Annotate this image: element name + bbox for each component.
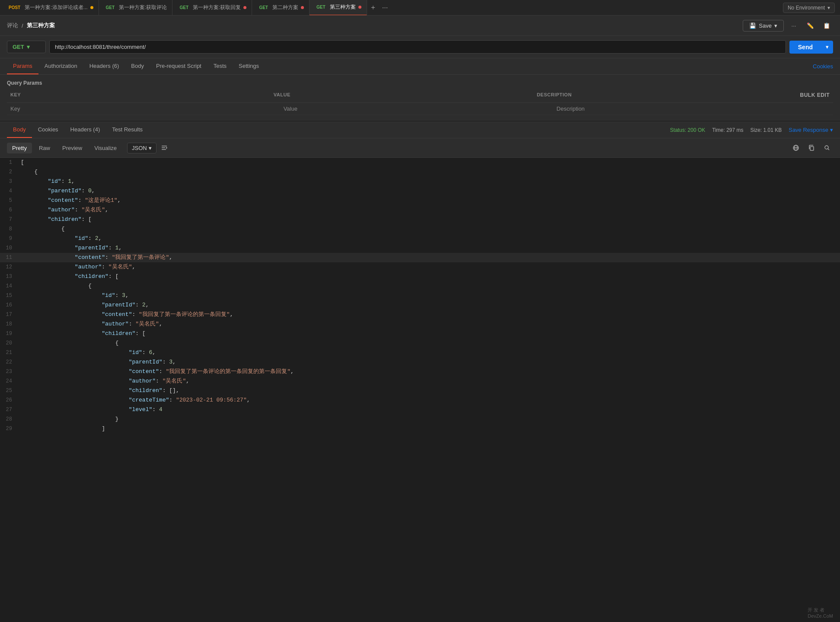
code-line-24: 24 "author": "吴名氏", — [0, 376, 840, 386]
method-badge-get3: GET — [257, 5, 270, 10]
tab-dot-red3 — [358, 6, 361, 9]
code-line-1: 1 [ — [0, 158, 840, 167]
code-line-2: 2 { — [0, 167, 840, 177]
format-tab-visualize[interactable]: Visualize — [89, 143, 122, 153]
format-tab-preview[interactable]: Preview — [57, 143, 87, 153]
description-cell[interactable]: Description — [553, 103, 826, 115]
code-line-26: 26 "createTime": "2023-02-21 09:56:27", — [0, 396, 840, 405]
code-line-22: 22 "parentId": 3, — [0, 357, 840, 367]
json-format-select[interactable]: JSON ▾ — [127, 143, 157, 153]
chevron-down-icon: ▾ — [827, 5, 830, 11]
tab-dot-red2 — [301, 6, 304, 9]
breadcrumb-parent[interactable]: 评论 — [7, 22, 18, 29]
url-input[interactable] — [49, 40, 786, 54]
row-more-options — [826, 103, 833, 115]
edit-button[interactable]: ✏️ — [804, 19, 817, 32]
method-chevron-icon: ▾ — [27, 44, 30, 50]
share-button[interactable]: 📋 — [820, 19, 833, 32]
tab-response-test-results[interactable]: Test Results — [106, 122, 149, 138]
method-label: GET — [13, 44, 24, 50]
code-line-16: 16 "parentId": 2, — [0, 300, 840, 310]
response-status: Status: 200 OK Time: 297 ms Size: 1.01 K… — [670, 127, 833, 133]
save-label: Save — [759, 22, 772, 29]
response-tabs: Body Cookies Headers (4) Test Results St… — [0, 122, 840, 138]
tab-response-cookies[interactable]: Cookies — [32, 122, 64, 138]
search-icon[interactable] — [821, 142, 833, 154]
value-cell[interactable]: Value — [280, 103, 553, 115]
tab-authorization[interactable]: Authorization — [38, 58, 83, 74]
code-line-20: 20 { — [0, 338, 840, 348]
tab-headers[interactable]: Headers (6) — [83, 58, 125, 74]
format-tab-pretty[interactable]: Pretty — [7, 143, 32, 153]
code-line-29: 29 ] — [0, 424, 840, 434]
more-options-button[interactable]: ··· — [787, 19, 800, 32]
response-size: Size: 1.01 KB — [751, 127, 782, 133]
tab-label: 第一种方案:获取评论 — [119, 4, 167, 11]
tab-tests[interactable]: Tests — [208, 58, 233, 74]
tab-settings[interactable]: Settings — [233, 58, 265, 74]
tab-get-first-comments[interactable]: GET 第一种方案:获取评论 — [99, 0, 173, 16]
svg-rect-1 — [162, 147, 165, 148]
env-label: No Environment — [788, 5, 825, 11]
tab-params[interactable]: Params — [7, 58, 38, 74]
watermark: 开 发 者DevZe.CoM — [808, 607, 833, 619]
breadcrumb-separator: / — [22, 22, 23, 29]
method-badge-get1: GET — [104, 5, 117, 10]
environment-select[interactable]: No Environment ▾ — [783, 3, 835, 13]
save-button[interactable]: 💾 Save ▾ — [743, 20, 784, 32]
tab-response-body[interactable]: Body — [7, 122, 32, 138]
tab-response-headers[interactable]: Headers (4) — [64, 122, 106, 138]
code-line-23: 23 "content": "我回复了第一条评论的第一条回复的第一条回复", — [0, 367, 840, 376]
code-line-14: 14 { — [0, 281, 840, 291]
code-line-13: 13 "children": [ — [0, 272, 840, 281]
tab-pre-request[interactable]: Pre-request Script — [150, 58, 208, 74]
svg-rect-0 — [162, 146, 167, 147]
params-table-header: KEY VALUE DESCRIPTION Bulk Edit — [7, 90, 833, 103]
value-column-header: VALUE — [270, 90, 533, 100]
tab-label: 第一种方案:添加评论或者... — [25, 4, 87, 11]
method-badge-post: POST — [7, 5, 22, 10]
code-line-27: 27 "level": 4 — [0, 405, 840, 415]
save-response-label: Save Response — [789, 127, 828, 133]
save-response-button[interactable]: Save Response ▾ — [789, 127, 833, 133]
tab-post-first[interactable]: POST 第一种方案:添加评论或者... — [2, 0, 99, 16]
code-line-19: 19 "children": [ — [0, 329, 840, 338]
cookies-link[interactable]: Cookies — [813, 63, 833, 70]
add-tab-button[interactable]: ＋ — [367, 2, 379, 14]
tab-get-third[interactable]: GET 第三种方案 — [310, 0, 367, 16]
breadcrumb-bar: 评论 / 第三种方案 💾 Save ▾ ··· ✏️ 📋 — [0, 16, 840, 36]
code-line-3: 3 "id": 1, — [0, 177, 840, 186]
description-column-header: DESCRIPTION — [533, 90, 797, 100]
code-line-15: 15 "id": 3, — [0, 291, 840, 300]
key-cell[interactable]: Key — [7, 103, 280, 115]
code-line-5: 5 "content": "这是评论1", — [0, 196, 840, 205]
wrap-lines-icon[interactable] — [158, 142, 170, 154]
code-line-11: 11 "content": "我回复了第一条评论", — [0, 253, 840, 262]
request-tabs: Params Authorization Headers (6) Body Pr… — [0, 58, 840, 75]
tab-body[interactable]: Body — [125, 58, 150, 74]
format-tab-raw[interactable]: Raw — [34, 143, 55, 153]
more-tabs-button[interactable]: ··· — [379, 2, 391, 14]
code-line-25: 25 "children": [], — [0, 386, 840, 396]
code-line-8: 8 { — [0, 224, 840, 234]
code-line-4: 4 "parentId": 0, — [0, 186, 840, 196]
code-line-18: 18 "author": "吴名氏", — [0, 319, 840, 329]
bulk-edit-button[interactable]: Bulk Edit — [796, 90, 833, 100]
code-line-28: 28 } — [0, 415, 840, 424]
save-response-chevron-icon: ▾ — [830, 127, 833, 133]
tab-label: 第三种方案 — [330, 3, 356, 11]
copy-icon[interactable] — [805, 142, 818, 154]
url-bar: GET ▾ Send ▾ — [0, 36, 840, 58]
code-line-7: 7 "children": [ — [0, 215, 840, 224]
query-params-section: Query Params KEY VALUE DESCRIPTION Bulk … — [0, 75, 840, 120]
send-dropdown-button[interactable]: ▾ — [821, 41, 833, 53]
send-main-button[interactable]: Send — [789, 41, 821, 54]
globe-icon[interactable] — [790, 142, 802, 154]
method-select[interactable]: GET ▾ — [7, 41, 46, 53]
method-badge-get4: GET — [315, 4, 327, 10]
tab-get-first-replies[interactable]: GET 第一种方案:获取回复 — [172, 0, 252, 16]
code-line-12: 12 "author": "吴名氏", — [0, 262, 840, 272]
tab-get-second[interactable]: GET 第二种方案 — [252, 0, 310, 16]
response-code-view[interactable]: 1 [ 2 { 3 "id": 1, 4 "parentId": 0, 5 "c… — [0, 158, 840, 622]
method-badge-get2: GET — [178, 5, 190, 10]
